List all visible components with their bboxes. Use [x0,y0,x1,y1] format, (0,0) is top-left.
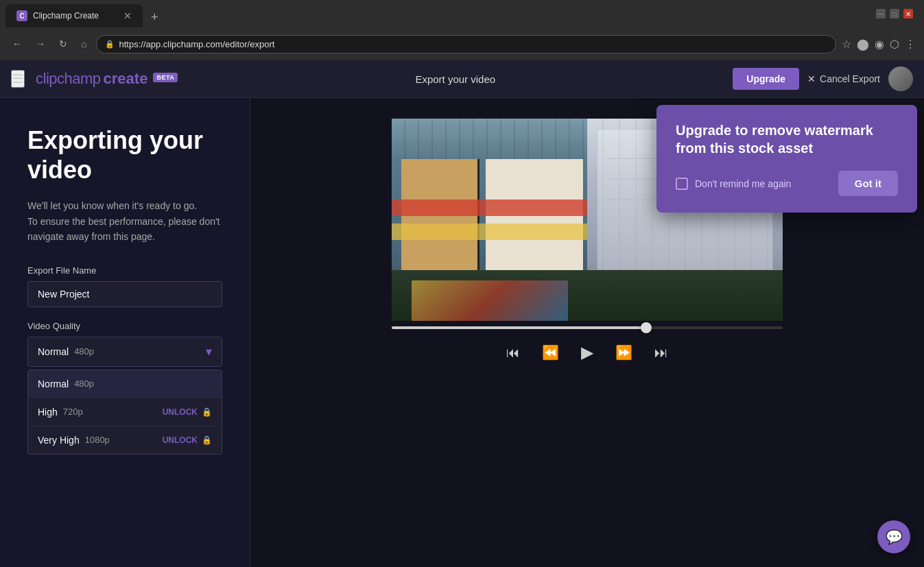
quality-option-high[interactable]: High 720p UNLOCK 🔒 [28,398,222,426]
upgrade-button[interactable]: Upgrade [733,68,799,90]
filename-label: Export File Name [27,265,222,276]
right-panel: Upgrade to remove watermark from this st… [250,98,924,567]
quality-normal-label: Normal [38,378,69,389]
quality-normal-res: 480p [74,378,94,389]
forward-button[interactable]: → [32,36,49,52]
maximize-button[interactable]: □ [890,9,899,19]
dont-remind-label: Don't remind me again [695,178,791,189]
quality-veryhigh-res: 1080p [85,435,110,445]
more-button[interactable]: ⋮ [905,38,916,51]
quality-high-unlock[interactable]: UNLOCK 🔒 [163,407,212,417]
lock-veryhigh-icon: 🔒 [202,435,212,445]
progress-bar-container[interactable] [392,326,783,329]
new-tab-button[interactable]: + [145,8,164,27]
profile-button[interactable]: ◉ [875,38,884,51]
home-button[interactable]: ⌂ [77,36,91,52]
quality-dropdown[interactable]: Normal 480p ▾ [27,337,222,367]
got-it-button[interactable]: Got it [838,171,898,196]
chat-icon: 💬 [886,529,903,545]
unlock-high-text: UNLOCK [163,407,198,417]
address-bar[interactable]: 🔒 https://app.clipchamp.com/editor/expor… [96,35,836,53]
lock-icon: 🔒 [105,40,115,49]
quality-section: Video Quality Normal 480p ▾ Normal 480p … [27,321,222,455]
watermark-popup-footer: Don't remind me again Got it [676,171,898,196]
close-button[interactable]: ✕ [903,9,913,19]
quality-option-veryhigh[interactable]: Very High 1080p UNLOCK 🔒 [28,426,222,454]
url-text: https://app.clipchamp.com/editor/export [119,39,827,49]
cancel-export-label: Cancel Export [820,73,880,84]
quality-high-res: 720p [63,407,83,417]
window-controls: ─ □ ✕ [868,9,919,19]
left-panel: Exporting your video We'll let you know … [0,98,250,567]
watermark-popup: Upgrade to remove watermark from this st… [656,105,917,213]
back-button[interactable]: ← [8,36,26,52]
playback-controls: ⏮ ⏪ ▶ ⏩ ⏭ [392,340,783,365]
export-description: We'll let you know when it's ready to go… [27,198,222,244]
dont-remind-container: Don't remind me again [676,178,791,190]
progress-fill [392,326,646,329]
chat-widget-button[interactable]: 💬 [877,520,910,553]
beta-badge: BETA [153,73,178,82]
quality-veryhigh-label: Very High [38,435,80,446]
tab-title: Clipchamp Create [33,11,118,21]
tab-favicon: C [16,10,27,21]
app: ☰ clipchampcreate BETA Export your video… [0,60,924,567]
logo: clipchampcreate BETA [36,70,178,88]
progress-thumb[interactable] [641,322,652,333]
tab-close-button[interactable]: ✕ [123,10,132,21]
main-content: Exporting your video We'll let you know … [0,98,924,567]
export-title: Exporting your video [27,125,222,184]
browser-chrome: C Clipchamp Create ✕ + ─ □ ✕ ← → ↻ ⌂ 🔒 h… [0,0,924,60]
selected-quality-label: Normal [38,346,69,357]
page-title: Export your video [178,73,733,85]
lock-high-icon: 🔒 [202,407,212,417]
skip-to-end-button[interactable]: ⏭ [652,342,671,363]
export-desc-line1: We'll let you know when it's ready to go… [27,198,222,213]
active-tab[interactable]: C Clipchamp Create ✕ [5,4,143,27]
dont-remind-checkbox[interactable] [676,178,688,190]
unlock-veryhigh-text: UNLOCK [163,435,198,445]
extensions-button[interactable]: ⬤ [857,38,869,51]
shield-button[interactable]: ⬡ [890,38,899,51]
logo-clipchamp-text: clipchamp [36,70,101,88]
skip-to-start-button[interactable]: ⏮ [504,342,523,363]
progress-track [392,326,783,329]
quality-option-normal[interactable]: Normal 480p [28,370,222,398]
export-desc-line2: To ensure the best performance, please d… [27,214,222,245]
refresh-button[interactable]: ↻ [55,36,71,52]
user-avatar[interactable] [888,67,913,91]
cancel-export-button[interactable]: ✕ Cancel Export [807,73,880,84]
bookmark-button[interactable]: ☆ [842,38,851,51]
selected-quality-resolution: 480p [74,346,94,357]
avatar-image [888,67,913,91]
quality-label: Video Quality [27,321,222,331]
browser-actions: ☆ ⬤ ◉ ⬡ ⋮ [842,38,916,51]
play-pause-button[interactable]: ▶ [578,340,596,365]
rewind-button[interactable]: ⏪ [539,341,562,363]
browser-controls: ← → ↻ ⌂ 🔒 https://app.clipchamp.com/edit… [0,27,924,60]
cancel-x-icon: ✕ [807,73,816,84]
watermark-popup-title: Upgrade to remove watermark from this st… [676,121,898,157]
filename-input[interactable] [27,281,222,307]
logo-create-text: create [104,70,148,88]
minimize-button[interactable]: ─ [876,9,886,19]
topbar: ☰ clipchampcreate BETA Export your video… [0,60,924,98]
chevron-down-icon: ▾ [206,344,212,359]
fast-forward-button[interactable]: ⏩ [613,341,635,363]
quality-high-label: High [38,407,58,418]
hamburger-menu-button[interactable]: ☰ [11,70,25,88]
topbar-right: Upgrade ✕ Cancel Export [733,67,913,91]
quality-veryhigh-unlock[interactable]: UNLOCK 🔒 [163,435,212,445]
quality-options-list: Normal 480p High 720p UNLOCK 🔒 Very High [27,370,222,455]
